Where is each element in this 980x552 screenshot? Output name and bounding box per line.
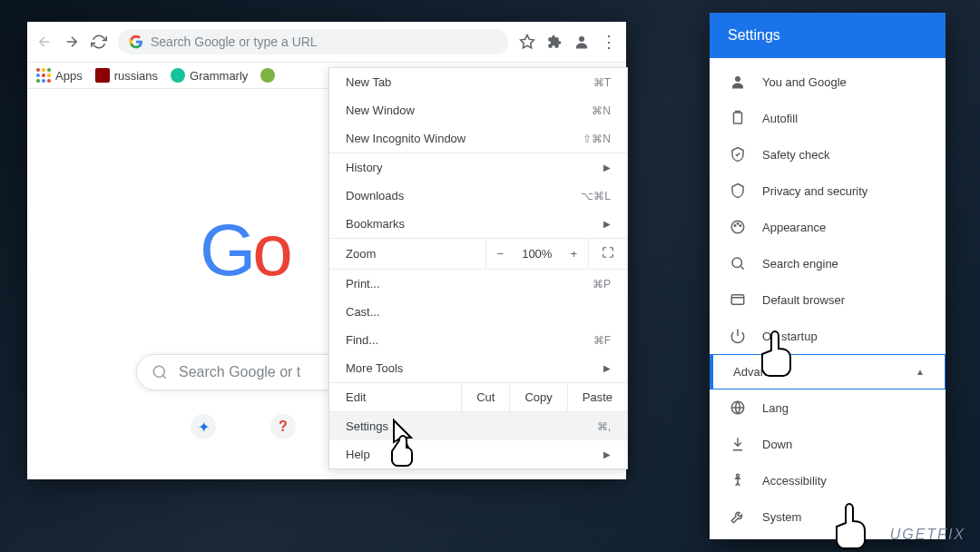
search-placeholder: Search Google or t bbox=[179, 364, 300, 380]
bookmark-star-icon[interactable] bbox=[519, 34, 535, 50]
chevron-up-icon: ▲ bbox=[916, 367, 925, 377]
svg-point-2 bbox=[153, 366, 164, 377]
svg-point-6 bbox=[734, 225, 736, 227]
menu-downloads[interactable]: Downloads ⌥⌘L bbox=[329, 182, 627, 210]
shield-icon bbox=[730, 182, 746, 199]
browser-icon bbox=[730, 291, 746, 308]
search-icon bbox=[152, 364, 168, 380]
settings-list: You and Google Autofill Safety check Pri… bbox=[710, 58, 946, 539]
svg-rect-4 bbox=[734, 113, 742, 123]
apps-shortcut[interactable]: Apps bbox=[36, 68, 83, 83]
menu-new-tab[interactable]: New Tab ⌘T bbox=[329, 68, 627, 96]
chevron-right-icon: ▶ bbox=[603, 449, 611, 459]
clipboard-icon bbox=[730, 110, 746, 126]
settings-item-privacy[interactable]: Privacy and security bbox=[710, 172, 946, 209]
bookmark-other[interactable] bbox=[260, 68, 275, 83]
back-button[interactable] bbox=[36, 34, 53, 50]
apps-icon bbox=[36, 68, 51, 83]
wrench-icon bbox=[730, 508, 746, 525]
extensions-icon[interactable] bbox=[546, 34, 563, 50]
settings-item-default-browser[interactable]: Default browser bbox=[710, 281, 946, 318]
cut-button[interactable]: Cut bbox=[461, 383, 509, 411]
ntp-shortcuts: ✦ ? bbox=[191, 414, 296, 439]
svg-point-3 bbox=[735, 76, 740, 82]
fullscreen-button[interactable] bbox=[588, 239, 627, 269]
zoom-value: 100% bbox=[514, 240, 559, 268]
settings-item-you-and-google[interactable]: You and Google bbox=[710, 64, 946, 100]
menu-find[interactable]: Find... ⌘F bbox=[329, 326, 627, 354]
google-logo: Go bbox=[200, 209, 289, 292]
profile-icon[interactable] bbox=[573, 34, 590, 50]
svg-point-12 bbox=[737, 474, 740, 477]
chrome-menu-button[interactable]: ⋮ bbox=[601, 32, 617, 52]
zoom-label: Zoom bbox=[329, 240, 485, 268]
settings-item-autofill[interactable]: Autofill bbox=[710, 100, 946, 136]
apps-label: Apps bbox=[55, 69, 83, 83]
zoom-out-button[interactable]: − bbox=[486, 240, 515, 268]
menu-cast[interactable]: Cast... bbox=[329, 298, 627, 326]
menu-bookmarks[interactable]: Bookmarks ▶ bbox=[329, 210, 627, 238]
svg-rect-10 bbox=[731, 295, 744, 305]
shortcut-1[interactable]: ✦ bbox=[191, 414, 216, 439]
download-icon bbox=[730, 436, 746, 452]
settings-title: Settings bbox=[710, 13, 946, 58]
favicon-russians bbox=[95, 68, 110, 83]
menu-history[interactable]: History ▶ bbox=[329, 153, 627, 182]
chevron-right-icon: ▶ bbox=[603, 363, 611, 373]
settings-sidebar-panel: Settings You and Google Autofill Safety … bbox=[710, 13, 946, 539]
shortcut-2[interactable]: ? bbox=[270, 414, 296, 439]
address-bar[interactable]: Search Google or type a URL bbox=[118, 29, 508, 54]
settings-item-safety-check[interactable]: Safety check bbox=[710, 136, 946, 172]
copy-button[interactable]: Copy bbox=[509, 383, 566, 411]
menu-edit-row: Edit Cut Copy Paste bbox=[329, 382, 627, 412]
settings-item-downloads[interactable]: Down bbox=[710, 426, 946, 462]
chevron-right-icon: ▶ bbox=[603, 219, 611, 229]
power-icon bbox=[730, 328, 746, 344]
svg-point-9 bbox=[732, 258, 742, 268]
menu-settings[interactable]: Settings ⌘, bbox=[329, 412, 627, 440]
settings-item-appearance[interactable]: Appearance bbox=[710, 209, 946, 245]
forward-button[interactable] bbox=[64, 34, 80, 50]
favicon-other bbox=[260, 68, 275, 83]
browser-toolbar: Search Google or type a URL ⋮ bbox=[27, 22, 626, 63]
globe-icon bbox=[730, 399, 746, 416]
settings-item-search-engine[interactable]: Search engine bbox=[710, 245, 946, 281]
menu-help[interactable]: Help ▶ bbox=[329, 440, 627, 468]
svg-point-7 bbox=[737, 223, 739, 225]
menu-zoom-row: Zoom − 100% + bbox=[329, 238, 627, 270]
google-icon bbox=[129, 34, 143, 49]
settings-item-languages[interactable]: Lang bbox=[710, 389, 946, 426]
svg-marker-0 bbox=[521, 35, 534, 48]
palette-icon bbox=[730, 219, 746, 235]
menu-more-tools[interactable]: More Tools ▶ bbox=[329, 354, 627, 382]
accessibility-icon bbox=[730, 472, 746, 488]
watermark: UGETFIX bbox=[890, 527, 965, 543]
address-placeholder: Search Google or type a URL bbox=[151, 34, 318, 49]
menu-new-window[interactable]: New Window ⌘N bbox=[329, 96, 627, 124]
zoom-in-button[interactable]: + bbox=[559, 240, 588, 268]
menu-print[interactable]: Print... ⌘P bbox=[329, 270, 627, 298]
settings-item-advanced[interactable]: Advanced ▲ bbox=[710, 354, 946, 389]
bookmark-russians[interactable]: russians bbox=[95, 68, 158, 83]
chevron-right-icon: ▶ bbox=[603, 163, 611, 172]
search-icon bbox=[730, 255, 746, 271]
svg-point-1 bbox=[579, 36, 584, 42]
person-icon bbox=[730, 74, 746, 90]
bookmark-grammarly[interactable]: Grammarly bbox=[171, 68, 248, 83]
favicon-grammarly bbox=[171, 68, 185, 83]
settings-item-on-startup[interactable]: On startup bbox=[710, 318, 946, 354]
svg-point-8 bbox=[740, 225, 741, 227]
chrome-menu-dropdown: New Tab ⌘T New Window ⌘N New Incognito W… bbox=[328, 67, 628, 469]
settings-item-accessibility[interactable]: Accessibility bbox=[710, 462, 946, 498]
paste-button[interactable]: Paste bbox=[567, 383, 627, 411]
edit-label: Edit bbox=[329, 383, 461, 411]
reload-button[interactable] bbox=[91, 34, 107, 50]
shield-check-icon bbox=[730, 146, 746, 163]
menu-new-incognito[interactable]: New Incognito Window ⇧⌘N bbox=[329, 124, 627, 153]
